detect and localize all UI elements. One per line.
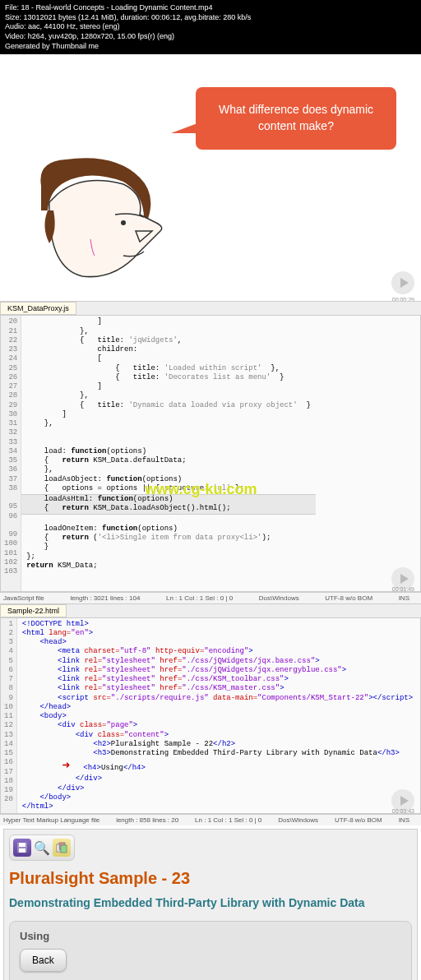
- meta-file: File: 18 - Real-world Concepts - Loading…: [5, 3, 416, 13]
- meta-video: Video: h264, yuv420p, 1280x720, 15.00 fp…: [5, 32, 416, 42]
- status-bar-2: Hyper Text Markup Language file length :…: [0, 814, 421, 825]
- save-icon[interactable]: [13, 839, 31, 857]
- meta-size: Size: 13012021 bytes (12.41 MiB), durati…: [5, 13, 416, 23]
- documents-icon[interactable]: [53, 839, 71, 857]
- search-icon[interactable]: 🔍: [33, 839, 51, 857]
- timecode-2: 00:01:49: [392, 586, 414, 592]
- code-fold-region[interactable]: loadAsHtml: function(options) { return K…: [21, 494, 316, 515]
- svg-rect-3: [19, 848, 25, 853]
- status-enc-1: UTF-8 w/o BOM: [325, 594, 372, 602]
- code-editor-panel-2: Sample-22.html 1 2 3 4 5 6 7 8 9 10 11 1…: [0, 603, 421, 826]
- svg-rect-6: [61, 845, 67, 853]
- tab-sample22[interactable]: Sample-22.html: [0, 604, 67, 617]
- status-ins-1: INS: [399, 594, 409, 602]
- status-enc-2: UTF-8 w/o BOM: [335, 816, 382, 824]
- pointer-arrow-icon: ➜: [62, 759, 70, 774]
- back-button[interactable]: Back: [20, 949, 67, 972]
- video-metadata: File: 18 - Real-world Concepts - Loading…: [0, 0, 421, 54]
- svg-point-0: [121, 220, 126, 225]
- status-length-2: length : 858 lines : 20: [116, 816, 178, 824]
- code-area-2[interactable]: 1 2 3 4 5 6 7 8 9 10 11 12 13 14 15 16 1…: [0, 617, 421, 815]
- code-body-2[interactable]: <!DOCTYPE html> <html lang="en"> <head> …: [17, 618, 418, 814]
- status-length-1: length : 3021 lines : 104: [70, 594, 140, 602]
- status-os-1: Dos\Windows: [259, 594, 299, 602]
- meta-audio: Audio: aac, 44100 Hz, stereo (eng): [5, 22, 416, 32]
- sample-title: Pluralsight Sample - 23: [9, 869, 412, 888]
- svg-rect-2: [19, 843, 25, 847]
- play-icon[interactable]: [391, 271, 414, 294]
- status-type-1: JavaScript file: [3, 594, 44, 602]
- timecode-3: 00:03:43: [392, 808, 414, 814]
- code-area-1[interactable]: 20 21 22 23 24 25 26 27 28 29 30 31 32 3…: [0, 315, 421, 591]
- editor-tabs-1: KSM_DataProxy.js: [0, 301, 421, 315]
- meta-gen: Generated by Thumbnail me: [5, 42, 416, 52]
- status-type-2: Hyper Text Markup Language file: [3, 816, 99, 824]
- line-numbers-2: 1 2 3 4 5 6 7 8 9 10 11 12 13 14 15 16 1…: [1, 618, 17, 814]
- status-bar-1: JavaScript file length : 3021 lines : 10…: [0, 592, 421, 603]
- code-body-1[interactable]: ] }, { title: 'jqWidgets', children: [ {…: [21, 316, 316, 590]
- status-pos-1: Ln : 1 Col : 1 Sel : 0 | 0: [166, 594, 233, 602]
- code-editor-panel-1: KSM_DataProxy.js 20 21 22 23 24 25 26 27…: [0, 301, 421, 603]
- status-ins-2: INS: [399, 816, 409, 824]
- line-numbers-1: 20 21 22 23 24 25 26 27 28 29 30 31 32 3…: [1, 316, 21, 590]
- browser-sample-panel: 🔍 Pluralsight Sample - 23 Demonstrating …: [3, 829, 418, 980]
- sample-content-box: Using Back RequireJS, which loads ▶ User…: [9, 921, 412, 980]
- cartoon-face: [33, 153, 181, 286]
- tab-dataproxy[interactable]: KSM_DataProxy.js: [0, 302, 76, 315]
- video-frame-1: What difference does dynamic content mak…: [0, 54, 421, 301]
- status-pos-2: Ln : 1 Col : 1 Sel : 0 | 0: [195, 816, 261, 824]
- status-os-2: Dos\Windows: [278, 816, 318, 824]
- editor-tabs-2: Sample-22.html: [0, 603, 421, 617]
- using-heading: Using: [20, 930, 401, 942]
- sample-toolbar: 🔍: [9, 834, 75, 861]
- sample-subtitle: Demonstrating Embedded Third-Party Libra…: [9, 896, 412, 909]
- speech-bubble: What difference does dynamic content mak…: [196, 87, 396, 149]
